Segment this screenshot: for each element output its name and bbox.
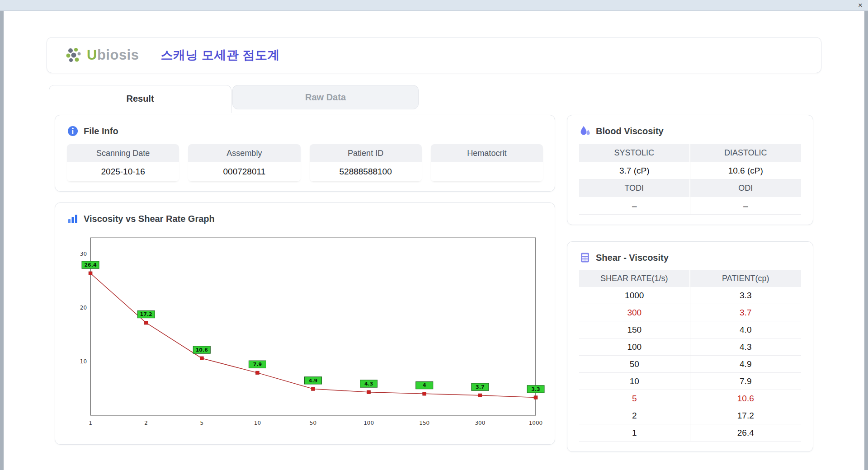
info-icon (67, 125, 79, 137)
table-row: 1504.0 (579, 321, 801, 338)
table-row: 126.4 (579, 424, 801, 442)
cell-shear-rate: 300 (579, 304, 690, 321)
svg-text:10.6: 10.6 (196, 347, 208, 353)
cell-patient-viscosity: 10.6 (690, 390, 802, 407)
file-info-field-patient-id: Patient ID52888588100 (310, 144, 422, 181)
table-header-shear-rate-1-s: SHEAR RATE(1/s) (579, 270, 690, 287)
blood-viscosity-title: Blood Viscosity (579, 125, 801, 137)
svg-text:7.9: 7.9 (253, 362, 262, 367)
svg-text:50: 50 (310, 420, 316, 426)
cell-patient-viscosity: 3.7 (690, 304, 802, 321)
bv-label-todi: TODI (579, 179, 690, 197)
left-column: File Info Scanning Date2025-10-16Assembl… (55, 115, 555, 452)
file-info-field-hematocrit: Hematocrit (431, 144, 543, 181)
shear-viscosity-card: Shear - Viscosity SHEAR RATE(1/s)PATIENT… (567, 241, 813, 452)
ubiosis-logo: Ubiosis (65, 46, 139, 64)
field-value: 000728011 (188, 162, 300, 181)
file-info-title-text: File Info (84, 126, 118, 136)
bar-chart-icon (67, 213, 79, 225)
svg-text:4: 4 (423, 383, 426, 389)
svg-text:10: 10 (254, 420, 261, 426)
viscosity-chart: 1020301251050100150300100026.417.210.67.… (67, 230, 543, 434)
table-header-row: SHEAR RATE(1/s)PATIENT(cp) (579, 270, 801, 287)
cell-shear-rate: 100 (579, 338, 690, 356)
tab-bar: Result Raw Data (49, 85, 821, 113)
svg-text:100: 100 (363, 420, 374, 426)
svg-text:4.3: 4.3 (364, 381, 373, 387)
window-close-button[interactable]: × (858, 1, 863, 10)
bv-label-diastolic: DIASTOLIC (690, 144, 802, 162)
table-row: 217.2 (579, 407, 801, 424)
blood-viscosity-card: Blood Viscosity SYSTOLICDIASTOLIC3.7 (cP… (567, 115, 813, 225)
file-info-card: File Info Scanning Date2025-10-16Assembl… (55, 115, 555, 192)
svg-text:1000: 1000 (529, 420, 543, 426)
content-area: File Info Scanning Date2025-10-16Assembl… (55, 115, 813, 452)
app-window: Ubiosis 스캐닝 모세관 점도계 Result Raw Data File… (4, 11, 864, 470)
cell-patient-viscosity: 4.0 (690, 321, 802, 338)
blood-viscosity-title-text: Blood Viscosity (596, 126, 664, 136)
bv-value-diastolic: 10.6 (cP) (690, 162, 802, 179)
cell-patient-viscosity: 7.9 (690, 373, 802, 390)
svg-text:4.9: 4.9 (309, 378, 317, 384)
table-row: 107.9 (579, 373, 801, 390)
cell-shear-rate: 10 (579, 373, 690, 390)
tab-result[interactable]: Result (49, 85, 231, 113)
cell-patient-viscosity: 17.2 (690, 407, 802, 424)
svg-text:1: 1 (89, 420, 92, 426)
field-label: Scanning Date (67, 144, 179, 162)
svg-text:3.7: 3.7 (476, 384, 484, 390)
cell-shear-rate: 1 (579, 424, 690, 442)
svg-text:2: 2 (144, 420, 148, 426)
cell-patient-viscosity: 4.3 (690, 338, 802, 356)
field-value: 52888588100 (310, 162, 422, 181)
graph-card: Viscosity vs Shear Rate Graph 1020301251… (55, 202, 555, 445)
graph-title-text: Viscosity vs Shear Rate Graph (84, 214, 215, 224)
table-row: 504.9 (579, 356, 801, 373)
blood-viscosity-grid: SYSTOLICDIASTOLIC3.7 (cP)10.6 (cP)TODIOD… (579, 144, 801, 215)
table-row: 3003.7 (579, 304, 801, 321)
svg-text:5: 5 (200, 420, 203, 426)
cell-shear-rate: 5 (579, 390, 690, 407)
svg-text:300: 300 (475, 420, 485, 426)
table-row: 10003.3 (579, 287, 801, 304)
droplet-icon (579, 125, 591, 137)
field-label: Hematocrit (431, 144, 543, 162)
table-row: 510.6 (579, 390, 801, 407)
file-info-field-scanning-date: Scanning Date2025-10-16 (67, 144, 179, 181)
logo-dots-icon (65, 46, 84, 64)
field-label: Assembly (188, 144, 300, 162)
file-info-title: File Info (67, 125, 543, 137)
window-titlebar: × (0, 0, 868, 11)
cell-shear-rate: 2 (579, 407, 690, 424)
table-row: 1004.3 (579, 338, 801, 356)
cell-shear-rate: 50 (579, 356, 690, 373)
field-label: Patient ID (310, 144, 422, 162)
svg-text:20: 20 (80, 305, 87, 311)
bv-label-odi: ODI (690, 179, 802, 197)
shear-viscosity-table: SHEAR RATE(1/s)PATIENT(cp)10003.33003.71… (579, 270, 801, 442)
svg-text:150: 150 (419, 420, 429, 426)
svg-text:26.4: 26.4 (84, 262, 96, 268)
bv-value-odi: – (690, 197, 802, 215)
svg-text:3.3: 3.3 (531, 386, 540, 392)
logo-text: Ubiosis (87, 47, 139, 63)
field-value: 2025-10-16 (67, 162, 179, 181)
viscosity-chart-svg: 1020301251050100150300100026.417.210.67.… (70, 230, 540, 434)
cell-patient-viscosity: 26.4 (690, 424, 802, 442)
right-column: Blood Viscosity SYSTOLICDIASTOLIC3.7 (cP… (567, 115, 813, 452)
bv-label-systolic: SYSTOLIC (579, 144, 690, 162)
cell-shear-rate: 1000 (579, 287, 690, 304)
svg-text:17.2: 17.2 (140, 312, 152, 318)
svg-text:30: 30 (80, 251, 87, 257)
tab-raw-data[interactable]: Raw Data (232, 85, 419, 109)
cell-patient-viscosity: 3.3 (690, 287, 802, 304)
cell-patient-viscosity: 4.9 (690, 356, 802, 373)
table-header-patient-cp: PATIENT(cp) (690, 270, 802, 287)
shear-viscosity-title: Shear - Viscosity (579, 252, 801, 263)
svg-text:10: 10 (80, 358, 87, 365)
cell-shear-rate: 150 (579, 321, 690, 338)
field-value (431, 162, 543, 181)
bv-value-systolic: 3.7 (cP) (579, 162, 690, 179)
file-info-field-assembly: Assembly000728011 (188, 144, 300, 181)
calculator-icon (579, 252, 591, 263)
